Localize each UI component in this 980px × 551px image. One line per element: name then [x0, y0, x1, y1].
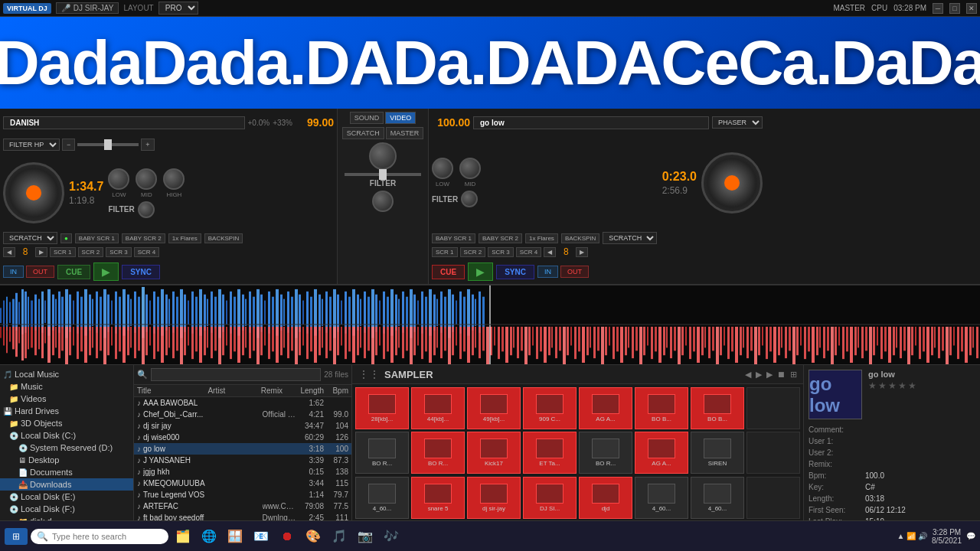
task-dj-icon[interactable]: 🎵 [328, 525, 351, 548]
sampler-cell[interactable]: BO B... [635, 387, 688, 429]
deck-right-flares[interactable]: 1x Flares [525, 233, 558, 243]
search-input[interactable] [151, 368, 321, 381]
deck-left-next-loop[interactable]: ▶ [35, 247, 47, 257]
tree-item-videos[interactable]: 📁 Videos [0, 393, 133, 405]
deck-left-effect-select[interactable]: FILTER HP [3, 139, 60, 151]
deck-right-scr1[interactable]: BABY SCR 1 [432, 233, 475, 243]
mixer-tab-master[interactable]: MASTER [386, 127, 424, 139]
task-mail-icon[interactable]: 📧 [250, 525, 273, 548]
knob-high[interactable] [163, 168, 185, 190]
maximize-button[interactable]: □ [949, 3, 960, 14]
file-row[interactable]: ♪ Chef_Obi_-Carr... Official Video 4:21 … [134, 409, 351, 420]
sampler-cell[interactable]: BO R... [579, 432, 632, 474]
deck-left-flares[interactable]: 1x Flares [168, 233, 201, 243]
file-row[interactable]: ♪ jgjg hkh 0:15 138 [134, 466, 351, 478]
deck-left-effect-minus[interactable]: − [62, 139, 75, 151]
sampler-cell[interactable]: AG A... [579, 387, 632, 429]
deck-left-vol-slider[interactable] [77, 143, 139, 146]
tree-item-local-music[interactable]: 🎵 Local Music [0, 368, 133, 380]
tree-item-local-disk-f[interactable]: 💿 Local Disk (F:) [0, 503, 133, 515]
sampler-cell[interactable]: DJ SI... [523, 477, 577, 519]
sampler-cell[interactable]: snare 5 [411, 477, 465, 519]
deck-left-scr2[interactable]: BABY SCR 2 [122, 233, 165, 243]
deck-right-platter[interactable] [701, 152, 763, 214]
deck-left-scr-l3[interactable]: SCR 3 [106, 247, 132, 257]
close-button[interactable]: ✕ [966, 3, 977, 14]
sampler-cell[interactable]: BO R... [411, 432, 465, 474]
sampler-play-icon[interactable]: ▶ [766, 370, 773, 380]
deck-left-scratch-select[interactable]: SCRATCH [3, 232, 57, 244]
sampler-cell[interactable]: BO R... [355, 432, 409, 474]
knob-mid[interactable] [136, 168, 157, 190]
sampler-cell[interactable]: SIREN [691, 432, 744, 474]
r-knob-low[interactable] [432, 158, 453, 179]
tree-item-local-disk-c[interactable]: 💿 Local Disk (C:) [0, 429, 133, 442]
mixer-tab-scratch[interactable]: SCRATCH [342, 127, 384, 139]
sampler-cell[interactable] [746, 387, 800, 429]
sampler-cell[interactable] [746, 477, 800, 519]
deck-left-scr-l2[interactable]: SCR 2 [78, 247, 104, 257]
start-button[interactable]: ⊞ [5, 528, 28, 545]
deck-left-scr1[interactable]: BABY SCR 1 [75, 233, 119, 243]
file-row[interactable]: ♪ dj wise000 60:29 126 [134, 432, 351, 443]
deck-right-scr-l2[interactable]: SCR 2 [460, 247, 486, 257]
sampler-cell[interactable]: 4_60... [691, 477, 744, 519]
deck-right-backspin[interactable]: BACKSPIN [561, 233, 599, 243]
task-photos-icon[interactable]: 📷 [354, 525, 377, 548]
sampler-cell[interactable] [746, 432, 800, 474]
deck-left-sync-button[interactable]: SYNC [122, 265, 160, 279]
task-explorer-icon[interactable]: 🗂️ [172, 525, 194, 548]
deck-right-scr-l1[interactable]: SCR 1 [432, 247, 458, 257]
deck-left-out-button[interactable]: OUT [26, 266, 54, 278]
sampler-prev-icon[interactable]: ◀ [745, 370, 751, 380]
mixer-tab-video[interactable]: VIDEO [385, 112, 416, 124]
deck-right-effect-select[interactable]: PHASER [712, 116, 763, 129]
crossfader[interactable] [345, 173, 421, 176]
deck-right-scr-l4[interactable]: SCR 4 [516, 247, 542, 257]
deck-right-cue-button[interactable]: CUE [432, 265, 465, 279]
file-row[interactable]: ♪ AAA BAWOBAL 1:62 [134, 397, 351, 409]
tree-item-3d-objects[interactable]: 📁 3D Objects [0, 417, 133, 429]
r-knob-mid[interactable] [459, 158, 481, 179]
deck-left-backspin[interactable]: BACKSPIN [204, 233, 243, 243]
sampler-cell[interactable]: 28[kb]... [355, 387, 409, 429]
task-music-icon[interactable]: 🎶 [380, 525, 403, 548]
mixer-main-knob[interactable] [369, 142, 397, 170]
tree-item-downloads[interactable]: 📥 Downloads [0, 478, 133, 491]
deck-left-in-button[interactable]: IN [3, 266, 24, 278]
sampler-cell[interactable]: Kick17 [467, 432, 521, 474]
minimize-button[interactable]: ─ [933, 3, 943, 14]
sampler-cell[interactable]: 49[kb]... [467, 387, 521, 429]
deck-left-effect-plus[interactable]: + [141, 139, 154, 151]
deck-right-prev-loop[interactable]: ◀ [544, 247, 556, 257]
deck-right-filter-knob[interactable] [461, 191, 478, 207]
knob-low[interactable] [108, 168, 129, 190]
task-paint-icon[interactable]: 🎨 [302, 525, 325, 548]
deck-left-platter[interactable] [3, 162, 64, 223]
sampler-cell[interactable]: 4_60... [635, 477, 688, 519]
sampler-cell[interactable]: AG A... [635, 432, 688, 474]
task-store-icon[interactable]: 🪟 [224, 525, 247, 548]
tree-item-local-disk-e[interactable]: 💿 Local Disk (E:) [0, 491, 133, 503]
deck-right-scr2[interactable]: BABY SCR 2 [479, 233, 522, 243]
sampler-cell[interactable]: djd [579, 477, 632, 519]
deck-right-play-button[interactable]: ▶ [468, 262, 493, 281]
sampler-cell[interactable]: 909 C... [523, 387, 577, 429]
sampler-next-icon[interactable]: ▶ [756, 370, 762, 380]
task-edge-icon[interactable]: 🌐 [198, 525, 220, 548]
mixer-tab-sound[interactable]: SOUND [350, 112, 384, 124]
tree-item-hard-drives[interactable]: 💾 Hard Drives [0, 405, 133, 417]
file-row[interactable]: ♪ go low 3:18 100 [134, 443, 351, 455]
deck-right-in-button[interactable]: IN [537, 266, 558, 278]
sampler-cell[interactable]: 44[kb]... [411, 387, 465, 429]
tree-item-documents[interactable]: 📄 Documents [0, 466, 133, 478]
star-rating[interactable]: ★★★★★ [868, 380, 918, 391]
deck-left-scr-l4[interactable]: SCR 4 [134, 247, 160, 257]
file-row[interactable]: ♪ ARTEFAC www.Cpasbien.p... 79:08 77.5 [134, 500, 351, 512]
deck-left-filter-knob[interactable] [138, 201, 155, 218]
task-record-icon[interactable]: ⏺ [276, 525, 299, 548]
file-row[interactable]: ♪ J YANSANEH 3:39 87.3 [134, 455, 351, 466]
deck-left-play-button[interactable]: ▶ [93, 262, 119, 281]
sampler-cell[interactable]: dj sir-jay [467, 477, 521, 519]
tree-item-desktop[interactable]: 🖥 Desktop [0, 454, 133, 466]
